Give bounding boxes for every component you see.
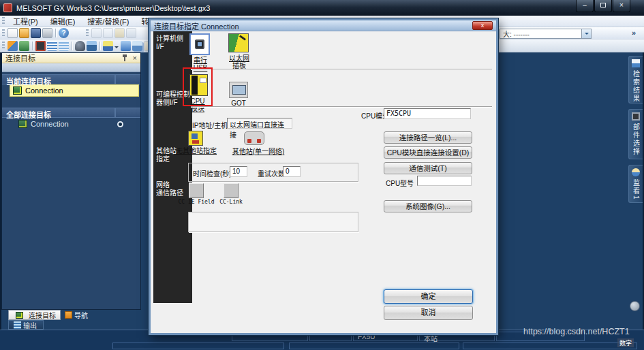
current-connection-header-label: 当前连接目标: [2, 74, 115, 84]
search-results-icon: [632, 59, 640, 67]
serial-usb-label-line1: 串行: [194, 57, 207, 64]
section-plc-if-line2: 器侧I/F: [156, 99, 178, 106]
other-station-single-network-icon[interactable]: [244, 131, 264, 145]
all-connection-item[interactable]: Connection: [16, 118, 138, 129]
got-icon[interactable]: [229, 82, 248, 98]
pin-icon[interactable]: [122, 54, 127, 61]
element-selection-icon: [632, 112, 640, 121]
menu-find-replace[interactable]: 搜索/替换(F): [81, 15, 135, 27]
tab-watch-1[interactable]: 监看1: [628, 165, 643, 203]
section-pc-if: 计算机侧 I/F: [156, 35, 183, 51]
undo-icon[interactable]: [126, 28, 136, 38]
navigation-window-icon[interactable]: [7, 41, 18, 51]
combobox-arrow-button[interactable]: [581, 29, 591, 38]
minimize-button[interactable]: –: [576, 0, 594, 12]
tab-output-label: 输出: [23, 320, 37, 330]
window-title: MELSOFT GX Works3 C:\Users\pmtuser\Deskt…: [16, 4, 210, 12]
ip-address-field: 以太网端口直接连接: [227, 118, 292, 129]
communication-test-button[interactable]: 通信测试(T): [384, 162, 472, 174]
open-project-icon[interactable]: [19, 28, 29, 38]
ok-button[interactable]: 确定: [384, 289, 473, 304]
panel-close-icon[interactable]: ×: [132, 54, 138, 61]
ethernet-board-label-line1: 以太网: [229, 54, 249, 62]
dialog-close-button[interactable]: x: [472, 21, 493, 30]
tab-element-selection-label: 部件选择: [631, 123, 641, 156]
section-pc-if-line1: 计算机侧: [156, 35, 183, 42]
new-project-icon[interactable]: [7, 28, 18, 38]
connection-path-list-button[interactable]: 连接路径一览(L)...: [384, 131, 472, 144]
time-check-field[interactable]: 10: [230, 166, 247, 177]
header-spacer-cell: [115, 108, 140, 118]
section-pc-if-line2: I/F: [156, 43, 164, 50]
app-icon: [3, 3, 12, 12]
device-memory-icon[interactable]: [35, 41, 46, 51]
write-to-plc-icon[interactable]: [19, 41, 29, 51]
paste-icon[interactable]: [114, 28, 125, 38]
separator-line: [191, 69, 492, 70]
separator-line: [191, 106, 492, 108]
device-find-icon[interactable]: [103, 41, 113, 51]
zoom-combobox-value: 大: -------: [503, 29, 530, 39]
application-window: MELSOFT GX Works3 C:\Users\pmtuser\Deskt…: [0, 0, 644, 350]
menu-edit[interactable]: 编辑(E): [44, 15, 82, 27]
panel-titlebar: 连接目标 ×: [2, 53, 140, 63]
panel-collapse-button[interactable]: [630, 301, 640, 311]
fb-editor-icon[interactable]: [59, 41, 69, 51]
toolbar-separator: [99, 42, 100, 50]
menubar-grip: [2, 17, 5, 25]
navigation-tree-icon: [65, 311, 72, 319]
device-register-icon[interactable]: [132, 41, 142, 51]
close-icon: ×: [619, 1, 624, 9]
cancel-button[interactable]: 取消: [384, 306, 473, 320]
connection-icon: [13, 86, 22, 95]
tab-output[interactable]: 输出: [8, 320, 44, 330]
zoom-combobox[interactable]: 大: -------: [500, 29, 592, 39]
no-other-station-label[interactable]: 无其他站指定: [175, 147, 217, 155]
toolbar-separator: [55, 29, 56, 37]
ethernet-board-icon[interactable]: [228, 33, 249, 52]
other-station-single-network-label[interactable]: 其他站(单一网络): [231, 148, 286, 155]
current-connection-header: 当前连接目标: [2, 74, 140, 84]
panel-title: 连接目标: [5, 52, 35, 63]
cc-link-label: CC-Link: [213, 199, 249, 205]
cpu-direct-connection-setting-button[interactable]: CPU模块直接连接设置(D): [384, 146, 472, 159]
dialog-titlebar: 连接目标指定 Connection: [151, 20, 496, 31]
tab-navigation[interactable]: 导航: [61, 310, 92, 320]
window-controls: – ×: [575, 0, 630, 12]
close-button[interactable]: ×: [613, 0, 630, 12]
cc-ie-field-icon: [189, 183, 204, 198]
help-icon[interactable]: ?: [59, 28, 69, 38]
maximize-button[interactable]: [594, 0, 612, 12]
toolbar-grip: [86, 29, 89, 37]
section-other-station-line1: 其他站: [156, 147, 177, 155]
monitor-window-icon[interactable]: [87, 41, 97, 51]
ethernet-board-label[interactable]: 以太网 插板: [221, 54, 257, 69]
print-icon[interactable]: [42, 28, 52, 38]
toolbar-overflow-button[interactable]: »: [632, 29, 636, 37]
current-connection-item[interactable]: Connection: [10, 85, 138, 96]
menu-project[interactable]: 工程(P): [7, 15, 44, 27]
tab-search-results[interactable]: 检索结果: [628, 56, 643, 104]
copy-icon[interactable]: [103, 28, 113, 38]
chevron-down-icon[interactable]: [114, 46, 119, 50]
section-network-path-line2: 通信路径: [156, 189, 183, 197]
no-other-station-icon[interactable]: [188, 131, 203, 146]
output-icon: [14, 321, 21, 329]
find-icon[interactable]: [75, 41, 85, 51]
system-image-button[interactable]: 系统图像(G)...: [384, 200, 472, 212]
serial-usb-icon[interactable]: [189, 33, 210, 55]
window-titlebar: MELSOFT GX Works3 C:\Users\pmtuser\Deskt…: [0, 0, 644, 16]
program-editor-icon[interactable]: [47, 41, 57, 51]
save-project-icon[interactable]: [31, 28, 41, 38]
time-check-label: 时间检查(秒): [193, 168, 232, 178]
cut-icon[interactable]: [91, 28, 102, 38]
device-batch-monitor-icon[interactable]: [121, 41, 131, 51]
tab-watch-1-label: 监看1: [631, 179, 641, 201]
tab-search-results-label: 检索结果: [631, 70, 641, 103]
tab-element-selection[interactable]: 部件选择: [628, 109, 643, 159]
section-network-path-line1: 网络: [156, 181, 170, 189]
toolbar-separator: [72, 42, 72, 50]
tab-connection-destination[interactable]: 连接目标: [8, 310, 61, 320]
connection-icon: [18, 120, 27, 128]
retry-count-field[interactable]: 0: [283, 166, 301, 177]
